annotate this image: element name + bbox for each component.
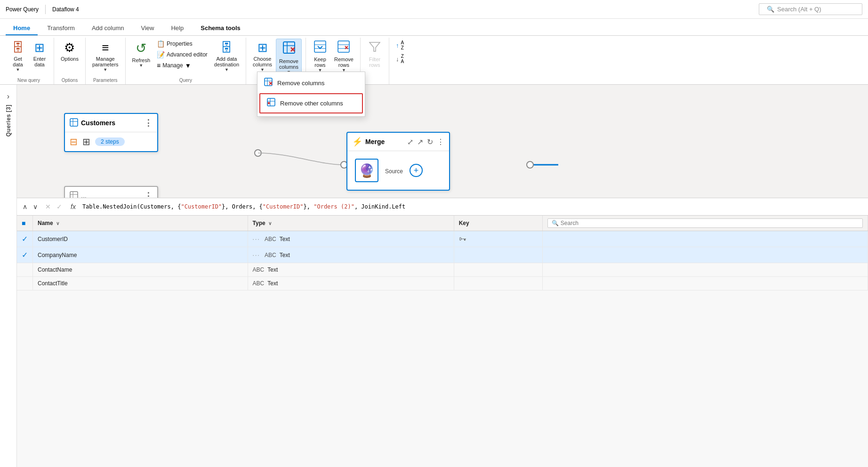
ribbon-group-items-manage-cols: ⊞ Choosecolumns ▼ <box>250 39 302 77</box>
table-row[interactable]: ✓ CustomerID ··· ABC Text 🗝 <box>17 231 868 247</box>
row-checkbox-contactname[interactable] <box>17 263 33 277</box>
row-dots-customerid[interactable]: ··· <box>253 236 260 242</box>
properties-label: Properties <box>167 40 193 47</box>
options-label: Options <box>61 56 79 62</box>
merge-expand-icon[interactable]: ↗ <box>417 137 423 146</box>
customers-card-menu[interactable]: ⋮ <box>144 118 153 128</box>
advanced-editor-label: Advanced editor <box>167 51 208 58</box>
formula-confirm-button[interactable]: ✓ <box>55 202 64 211</box>
data-table: ■ Name ∨ Type ∨ <box>17 216 868 290</box>
keep-rows-label: Keeprows <box>314 56 326 68</box>
col-header-type[interactable]: Type ∨ <box>248 216 454 231</box>
svg-marker-23 <box>370 42 380 51</box>
choose-columns-button[interactable]: ⊞ Choosecolumns ▼ <box>250 39 275 74</box>
keep-rows-button[interactable]: Keeprows ▼ <box>310 39 330 74</box>
sidebar-label: Queries [3] <box>5 105 12 137</box>
svg-point-27 <box>527 161 533 168</box>
sort-za-icon: ↓ <box>396 56 399 63</box>
filter-rows-button[interactable]: Filterrows <box>364 39 385 70</box>
keep-rows-icon <box>314 40 326 56</box>
customers-steps-badge: 2 steps <box>95 137 125 146</box>
global-search[interactable]: 🔍 Search (Alt + Q) <box>759 3 862 15</box>
enter-data-label: Enterdata <box>33 56 46 67</box>
row-checkbox-customerid[interactable]: ✓ <box>17 231 33 247</box>
add-data-dest-icon: 🗄 <box>220 40 233 55</box>
sort-za-button[interactable]: ↓ ZA <box>393 52 407 65</box>
sort-az-button[interactable]: ↑ AZ <box>393 39 407 52</box>
properties-button[interactable]: 📋 Properties <box>154 39 210 49</box>
ribbon-group-items-params: ≡ Manageparameters ▼ <box>89 39 121 77</box>
tab-help[interactable]: Help <box>163 22 191 35</box>
formula-nav-up[interactable]: ∧ <box>21 202 29 211</box>
remove-other-columns-item[interactable]: Remove other columns <box>259 93 363 113</box>
enter-data-button[interactable]: ⊞ Enterdata <box>29 39 50 69</box>
second-card[interactable]: ... ⋮ <box>64 186 158 198</box>
sidebar-expand-icon[interactable]: › <box>7 92 9 101</box>
remove-rows-button[interactable]: Removerows ▼ <box>331 39 356 74</box>
ribbon-group-new-query: 🗄 Getdata ▼ ⊞ Enterdata New query <box>4 38 54 84</box>
row-dots-companyname[interactable]: ··· <box>253 252 260 258</box>
customers-card[interactable]: Customers ⋮ ⊟ ⊞ 2 steps <box>64 113 158 152</box>
canvas-area[interactable]: Customers ⋮ ⊟ ⊞ 2 steps <box>17 85 868 198</box>
merge-card[interactable]: ⚡ Merge ⤢ ↗ ↻ ⋮ 🔮 Source <box>346 132 450 191</box>
table-row[interactable]: ContactName ABC Text <box>17 263 868 277</box>
remove-columns-item[interactable]: Remove columns <box>257 74 365 92</box>
remove-columns-button[interactable]: Removecolumns ▼ <box>276 39 302 77</box>
manage-button[interactable]: ≡ Manage ▼ <box>154 60 210 71</box>
row-key-customerid: 🗝 <box>454 231 542 247</box>
refresh-arrow: ▼ <box>139 63 143 68</box>
refresh-button[interactable]: ↺ Refresh ▼ <box>129 39 153 70</box>
col-header-checkbox[interactable]: ■ <box>17 216 33 231</box>
manage-params-icon: ≡ <box>102 40 109 55</box>
type-text-icon3: ABC <box>253 266 265 273</box>
sidebar: › Queries [3] <box>0 85 17 467</box>
row-checkbox-companyname[interactable]: ✓ <box>17 247 33 263</box>
advanced-editor-button[interactable]: 📝 Advanced editor <box>154 49 210 60</box>
tab-add-column[interactable]: Add column <box>84 22 132 35</box>
manage-params-button[interactable]: ≡ Manageparameters ▼ <box>89 39 121 74</box>
table-row[interactable]: ContactTitle ABC Text <box>17 277 868 290</box>
sort-az-icon: ↑ <box>396 42 399 49</box>
type-text-icon2: ABC <box>265 252 276 258</box>
tab-home[interactable]: Home <box>6 22 38 35</box>
add-data-dest-button[interactable]: 🗄 Add datadestination ▼ <box>211 39 242 74</box>
data-table-body: ✓ CustomerID ··· ABC Text 🗝 <box>17 231 868 290</box>
merge-menu-icon[interactable]: ⋮ <box>437 137 444 146</box>
merge-card-body: 🔮 Source + <box>347 151 449 190</box>
type-text-icon: ABC <box>265 236 276 242</box>
merge-card-header: ⚡ Merge ⤢ ↗ ↻ ⋮ <box>347 133 449 151</box>
formula-fx-label: fx <box>68 203 79 210</box>
remove-columns-icon <box>282 41 296 57</box>
second-card-menu[interactable]: ⋮ <box>144 191 153 198</box>
merge-refresh-icon[interactable]: ↻ <box>427 137 433 146</box>
ribbon-group-label-new-query: New query <box>17 78 40 84</box>
sort-za-label: ZA <box>401 54 404 64</box>
checkbox-checked-icon: ✓ <box>22 251 28 259</box>
col-header-search: 🔍 <box>542 216 868 231</box>
tab-transform[interactable]: Transform <box>40 22 82 35</box>
column-search-input[interactable] <box>561 220 608 226</box>
col-header-name[interactable]: Name ∨ <box>33 216 248 231</box>
column-search-box[interactable]: 🔍 <box>547 218 863 228</box>
table-row[interactable]: ✓ CompanyName ··· ABC Text <box>17 247 868 263</box>
tab-view[interactable]: View <box>134 22 162 35</box>
svg-rect-31 <box>70 192 78 198</box>
advanced-editor-icon: 📝 <box>157 51 165 58</box>
merge-share-icon[interactable]: ⤢ <box>407 137 413 146</box>
ribbon-group-items-new-query: 🗄 Getdata ▼ ⊞ Enterdata <box>8 39 50 77</box>
tab-schema-tools[interactable]: Schema tools <box>193 22 248 35</box>
add-data-dest-arrow: ▼ <box>225 67 229 72</box>
ribbon-group-options: ⚙ Options Options <box>54 38 86 84</box>
formula-cancel-button[interactable]: ✕ <box>43 202 53 211</box>
row-checkbox-contacttitle[interactable] <box>17 277 33 290</box>
formula-bar: ∧ ∨ ✕ ✓ fx Table.NestedJoin(Customers, {… <box>17 198 868 216</box>
row-key-companyname <box>454 247 542 263</box>
add-step-button[interactable]: + <box>410 164 423 177</box>
remove-columns-item-label: Remove columns <box>277 80 324 87</box>
ribbon-group-label-options: Options <box>62 78 78 84</box>
options-button[interactable]: ⚙ Options <box>58 39 81 64</box>
get-data-button[interactable]: 🗄 Getdata ▼ <box>8 39 28 74</box>
data-table-area: ■ Name ∨ Type ∨ <box>17 216 868 467</box>
formula-nav-down[interactable]: ∨ <box>31 202 40 211</box>
table-header-row: ■ Name ∨ Type ∨ <box>17 216 868 231</box>
